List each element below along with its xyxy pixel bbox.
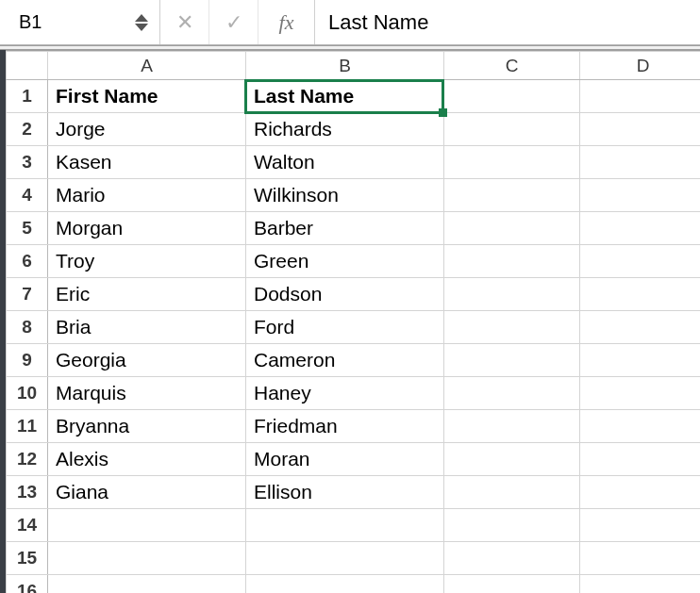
cell-C1[interactable] [444, 80, 580, 113]
fx-icon: fx [279, 10, 294, 35]
chevron-down-icon[interactable] [135, 24, 148, 31]
cell[interactable] [444, 179, 580, 212]
cell-A7[interactable]: Eric [48, 278, 246, 311]
column-header-A[interactable]: A [48, 52, 246, 80]
cell-A3[interactable]: Kasen [48, 146, 246, 179]
cell[interactable] [580, 542, 701, 575]
cell[interactable] [48, 575, 246, 594]
row-header[interactable]: 8 [7, 311, 48, 344]
cell[interactable] [444, 311, 580, 344]
cell-B11[interactable]: Friedman [246, 410, 444, 443]
cell-B13[interactable]: Ellison [246, 476, 444, 509]
row-header[interactable]: 14 [7, 509, 48, 542]
name-box-input[interactable] [17, 10, 111, 34]
cell[interactable] [580, 113, 701, 146]
cell-A13[interactable]: Giana [48, 476, 246, 509]
cell[interactable] [444, 146, 580, 179]
cell-B3[interactable]: Walton [246, 146, 444, 179]
cell[interactable] [444, 542, 580, 575]
cell-D1[interactable] [580, 80, 701, 113]
cell-B9[interactable]: Cameron [246, 344, 444, 377]
table-row: 3 Kasen Walton [7, 146, 701, 179]
cell[interactable] [246, 575, 444, 594]
row-header[interactable]: 3 [7, 146, 48, 179]
cell-B12[interactable]: Moran [246, 443, 444, 476]
row-header[interactable]: 6 [7, 245, 48, 278]
cell[interactable] [580, 410, 701, 443]
cell[interactable] [580, 509, 701, 542]
row-header[interactable]: 5 [7, 212, 48, 245]
cell-A5[interactable]: Morgan [48, 212, 246, 245]
cell-A10[interactable]: Marquis [48, 377, 246, 410]
cell[interactable] [580, 278, 701, 311]
cell[interactable] [444, 344, 580, 377]
row-header[interactable]: 7 [7, 278, 48, 311]
cell[interactable] [246, 509, 444, 542]
cell-B8[interactable]: Ford [246, 311, 444, 344]
cell[interactable] [444, 113, 580, 146]
cell[interactable] [246, 542, 444, 575]
select-all-corner[interactable] [7, 52, 48, 80]
cell[interactable] [444, 443, 580, 476]
spreadsheet-grid[interactable]: A B C D 1 First Name Last Name 2 Jorge R… [6, 51, 700, 593]
cell[interactable] [444, 575, 580, 594]
cancel-button[interactable]: ✕ [160, 0, 209, 44]
cell[interactable] [444, 476, 580, 509]
cell[interactable] [580, 344, 701, 377]
row-header[interactable]: 4 [7, 179, 48, 212]
column-header-D[interactable]: D [580, 52, 701, 80]
cell[interactable] [444, 245, 580, 278]
table-row: 11 Bryanna Friedman [7, 410, 701, 443]
cell-B7[interactable]: Dodson [246, 278, 444, 311]
column-header-C[interactable]: C [444, 52, 580, 80]
table-row: 2 Jorge Richards [7, 113, 701, 146]
row-header[interactable]: 2 [7, 113, 48, 146]
cell-B6[interactable]: Green [246, 245, 444, 278]
row-header[interactable]: 16 [7, 575, 48, 594]
formula-input[interactable] [315, 9, 700, 36]
cell[interactable] [580, 443, 701, 476]
row-header[interactable]: 1 [7, 80, 48, 113]
row-header[interactable]: 13 [7, 476, 48, 509]
cell-A4[interactable]: Mario [48, 179, 246, 212]
cell-A11[interactable]: Bryanna [48, 410, 246, 443]
row-header[interactable]: 10 [7, 377, 48, 410]
cell[interactable] [580, 179, 701, 212]
cell[interactable] [444, 278, 580, 311]
cell[interactable] [444, 410, 580, 443]
cell-B1[interactable]: Last Name [246, 80, 444, 113]
cell[interactable] [580, 476, 701, 509]
cell[interactable] [580, 245, 701, 278]
cell[interactable] [444, 509, 580, 542]
name-box-spinner[interactable] [135, 14, 148, 31]
cell[interactable] [580, 377, 701, 410]
cell[interactable] [580, 311, 701, 344]
cell-A2[interactable]: Jorge [48, 113, 246, 146]
name-box[interactable] [0, 0, 160, 44]
cell[interactable] [48, 509, 246, 542]
cell-B10[interactable]: Haney [246, 377, 444, 410]
cell-B4[interactable]: Wilkinson [246, 179, 444, 212]
cell-A8[interactable]: Bria [48, 311, 246, 344]
chevron-up-icon[interactable] [135, 14, 148, 22]
cell-A1[interactable]: First Name [48, 80, 246, 113]
cell[interactable] [444, 212, 580, 245]
accept-button[interactable]: ✓ [209, 0, 258, 44]
cell[interactable] [48, 542, 246, 575]
cell[interactable] [580, 212, 701, 245]
row-header[interactable]: 15 [7, 542, 48, 575]
cell[interactable] [580, 146, 701, 179]
row-header[interactable]: 11 [7, 410, 48, 443]
table-row: 1 First Name Last Name [7, 80, 701, 113]
cell-B2[interactable]: Richards [246, 113, 444, 146]
cell-A9[interactable]: Georgia [48, 344, 246, 377]
insert-function-button[interactable]: fx [258, 0, 315, 44]
row-header[interactable]: 12 [7, 443, 48, 476]
cell[interactable] [444, 377, 580, 410]
cell-B5[interactable]: Barber [246, 212, 444, 245]
cell[interactable] [580, 575, 701, 594]
cell-A6[interactable]: Troy [48, 245, 246, 278]
row-header[interactable]: 9 [7, 344, 48, 377]
column-header-B[interactable]: B [246, 52, 444, 80]
cell-A12[interactable]: Alexis [48, 443, 246, 476]
